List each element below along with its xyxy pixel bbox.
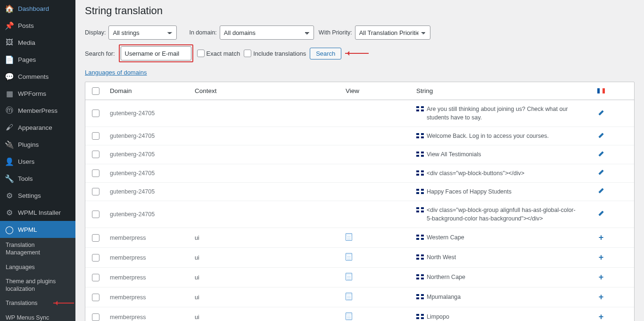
priority-select[interactable]: All Translation Priorities (355, 25, 430, 40)
row-checkbox[interactable] (92, 274, 99, 281)
languages-of-domains-link[interactable]: Languages of domains (85, 69, 147, 76)
sidebar-item-dashboard[interactable]: 🏠Dashboard (0, 0, 75, 17)
row-checkbox[interactable] (92, 294, 99, 301)
cell-view (342, 150, 413, 159)
cell-action: + (582, 268, 620, 287)
search-label: Search for: (85, 50, 115, 57)
menu-label: MemberPress (18, 107, 58, 114)
submenu-item-theme-and-plugins-localization[interactable]: Theme and plugins localization (0, 274, 75, 296)
cell-string: Are you still thinking about joining us?… (413, 100, 582, 127)
document-icon[interactable] (346, 313, 352, 320)
submenu-item-translation-management[interactable]: Translation Management (0, 238, 75, 260)
document-icon[interactable] (346, 253, 352, 261)
sidebar-item-memberpress[interactable]: ⓜMemberPress (0, 102, 75, 119)
add-plus-icon[interactable]: + (599, 292, 604, 302)
col-string[interactable]: String (413, 83, 582, 99)
edit-pencil-icon[interactable] (598, 210, 604, 217)
cell-string: Mpumalanga (413, 288, 582, 306)
cell-context (191, 187, 342, 196)
string-text: Limpopo (427, 313, 449, 321)
edit-pencil-icon[interactable] (598, 151, 604, 157)
sidebar-item-users[interactable]: 👤Users (0, 153, 75, 170)
add-plus-icon[interactable]: + (599, 253, 604, 262)
menu-icon: ⚙ (5, 191, 14, 200)
col-domain[interactable]: Domain (106, 83, 191, 99)
cell-action (582, 105, 620, 122)
menu-label: Media (18, 39, 35, 46)
menu-label: Dashboard (18, 5, 49, 12)
sidebar-item-wpml-installer[interactable]: ⚙WPML Installer (0, 204, 75, 221)
cell-string: Limpopo (413, 308, 582, 321)
document-icon[interactable] (346, 293, 352, 300)
menu-icon: 💬 (5, 72, 14, 81)
cell-string: View All Testimonials (413, 145, 582, 163)
cell-string: <div class="wp-block-group alignfull has… (413, 201, 582, 228)
add-plus-icon[interactable]: + (599, 272, 604, 282)
sidebar-item-wpml[interactable]: ◯WPML (0, 221, 75, 238)
add-plus-icon[interactable]: + (599, 233, 604, 242)
menu-icon: 🔌 (5, 140, 14, 149)
edit-pencil-icon[interactable] (598, 187, 604, 194)
cell-view (342, 228, 413, 247)
row-checkbox[interactable] (92, 234, 99, 242)
row-checkbox[interactable] (92, 313, 99, 321)
domain-select[interactable]: All domains (220, 25, 314, 40)
sidebar-item-tools[interactable]: 🔧Tools (0, 170, 75, 187)
sidebar-item-settings[interactable]: ⚙Settings (0, 187, 75, 204)
sidebar-item-media[interactable]: 🖼Media (0, 34, 75, 51)
table-row: memberpress ui Limpopo + (85, 307, 634, 321)
cell-domain: gutenberg-24705 (106, 105, 191, 121)
cell-view (342, 187, 413, 196)
edit-pencil-icon[interactable] (598, 169, 604, 176)
cell-string: <div class="wp-block-buttons"></div> (413, 164, 582, 182)
edit-pencil-icon[interactable] (598, 132, 604, 139)
display-select[interactable]: All strings (108, 25, 177, 40)
col-view[interactable]: View (342, 83, 413, 99)
cell-action (582, 164, 620, 182)
cell-domain: memberpress (106, 289, 191, 305)
french-flag-icon (597, 88, 605, 93)
include-translations-label: Include translations (253, 50, 306, 57)
menu-icon: 📌 (5, 21, 14, 30)
sidebar-item-posts[interactable]: 📌Posts (0, 17, 75, 34)
cell-action (582, 205, 620, 223)
row-checkbox[interactable] (92, 211, 99, 218)
menu-icon: 🖼 (5, 38, 14, 47)
sidebar-item-wpforms[interactable]: ▦WPForms (0, 85, 75, 102)
edit-pencil-icon[interactable] (598, 110, 604, 116)
cell-context (191, 169, 342, 178)
cell-action: + (582, 248, 620, 267)
row-checkbox[interactable] (92, 188, 99, 195)
table-row: gutenberg-24705 View All Testimonials (85, 145, 634, 164)
sidebar-item-comments[interactable]: 💬Comments (0, 68, 75, 85)
document-icon[interactable] (346, 233, 352, 241)
row-checkbox[interactable] (92, 254, 99, 262)
document-icon[interactable] (346, 273, 352, 280)
search-button[interactable]: Search (310, 48, 341, 59)
submenu-item-wp-menus-sync[interactable]: WP Menus Sync (0, 311, 75, 321)
row-checkbox[interactable] (92, 151, 99, 158)
string-text: Mpumalanga (427, 293, 461, 301)
include-translations-checkbox[interactable] (244, 50, 251, 57)
table-row: memberpress ui Northern Cape + (85, 268, 634, 287)
sidebar-item-appearance[interactable]: 🖌Appearance (0, 119, 75, 136)
table-row: gutenberg-24705 Welcome Back. Log in to … (85, 127, 634, 145)
uk-flag-icon (416, 170, 424, 176)
exact-match-checkbox[interactable] (197, 50, 205, 57)
menu-icon: 🏠 (5, 4, 14, 13)
uk-flag-icon (416, 314, 424, 319)
search-input[interactable] (121, 46, 191, 60)
string-text: Welcome Back. Log in to access your cour… (427, 132, 549, 140)
select-all-checkbox[interactable] (92, 87, 99, 95)
menu-label: WPML Installer (18, 209, 61, 216)
sidebar-item-pages[interactable]: 📄Pages (0, 51, 75, 68)
menu-label: Users (18, 158, 34, 165)
submenu-item-languages[interactable]: Languages (0, 260, 75, 274)
sidebar-item-plugins[interactable]: 🔌Plugins (0, 136, 75, 153)
col-context[interactable]: Context (191, 83, 342, 99)
row-checkbox[interactable] (92, 132, 99, 140)
row-checkbox[interactable] (92, 110, 99, 117)
row-checkbox[interactable] (92, 169, 99, 177)
table-row: gutenberg-24705 Are you still thinking a… (85, 100, 634, 127)
add-plus-icon[interactable]: + (599, 312, 604, 321)
